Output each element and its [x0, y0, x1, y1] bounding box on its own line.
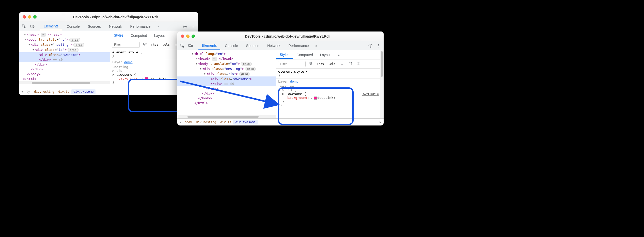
layers-icon[interactable]: [142, 42, 148, 47]
kebab-menu-icon[interactable]: [190, 23, 197, 30]
inspect-icon[interactable]: [21, 23, 28, 30]
grid-badge[interactable]: grid: [241, 62, 252, 66]
dom-node-awesome-close[interactable]: </div> == $0: [19, 57, 110, 62]
minimize-window-button[interactable]: [28, 15, 31, 19]
tab-elements[interactable]: Elements: [40, 23, 62, 30]
horizontal-scrollbar[interactable]: [19, 81, 110, 84]
tab-styles-overflow[interactable]: »: [334, 51, 343, 58]
dom-node-body[interactable]: ▾<body translate="no">grid: [177, 61, 276, 66]
grid-badge[interactable]: grid: [245, 67, 256, 71]
tab-layout[interactable]: Layout: [151, 32, 168, 39]
collapsed-dots-icon[interactable]: ⋯: [212, 57, 217, 61]
filter-input[interactable]: [278, 61, 306, 67]
dom-node-html-close[interactable]: </html>: [177, 101, 276, 105]
grid-badge[interactable]: grid: [73, 43, 84, 47]
dom-node-awesome-selected[interactable]: <div class="awesome">: [19, 52, 110, 57]
tab-layout[interactable]: Layout: [317, 51, 334, 58]
breadcrumb-body[interactable]: body: [183, 120, 194, 124]
dom-node-nesting-close[interactable]: </div>: [19, 67, 110, 72]
dom-node-body-close[interactable]: </body>: [177, 96, 276, 101]
breadcrumb-nesting[interactable]: div.nesting: [32, 89, 56, 94]
tabs-overflow-button[interactable]: »: [155, 23, 161, 30]
grid-badge[interactable]: grid: [239, 72, 250, 76]
dom-node-awesome-close[interactable]: </div> == $0: [177, 81, 276, 86]
minimize-window-button[interactable]: [186, 35, 190, 38]
tab-performance[interactable]: Performance: [127, 23, 154, 30]
filter-input[interactable]: [112, 42, 140, 48]
element-style-block[interactable]: element.style { }: [278, 70, 382, 77]
tab-elements[interactable]: Elements: [198, 42, 220, 50]
layer-link[interactable]: demo: [290, 80, 299, 83]
layers-icon[interactable]: [308, 61, 314, 66]
breadcrumb-awesome[interactable]: div.awesome: [233, 120, 257, 124]
kebab-menu-icon[interactable]: [375, 42, 382, 49]
gear-icon[interactable]: [367, 42, 374, 49]
hov-button[interactable]: :hov: [150, 43, 159, 46]
dom-node-html-close[interactable]: </html>: [19, 76, 110, 81]
layer-link[interactable]: demo: [124, 60, 133, 64]
tab-network[interactable]: Network: [264, 42, 284, 49]
breadcrumb-awesome[interactable]: div.awesome: [71, 89, 96, 94]
dom-node-head[interactable]: ▸<head> ⋯ </head>: [177, 56, 276, 61]
dom-node-is[interactable]: ▾<div class="is">grid: [177, 71, 276, 76]
tab-styles[interactable]: Styles: [110, 32, 127, 39]
tab-console[interactable]: Console: [63, 23, 83, 30]
dom-node-body[interactable]: ▾<body translate="no">grid: [19, 37, 110, 42]
color-swatch[interactable]: [145, 77, 148, 80]
new-rule-plus-icon[interactable]: ＋: [339, 61, 345, 67]
inspect-icon[interactable]: [179, 42, 186, 49]
device-toggle-icon[interactable]: [187, 42, 194, 49]
cls-button[interactable]: .cls: [327, 62, 337, 66]
dom-node-head[interactable]: ▸<head> ⋯ </head>: [19, 32, 110, 37]
zoom-window-button[interactable]: [192, 35, 195, 38]
breadcrumb-prev-icon[interactable]: ◀: [178, 120, 183, 124]
dom-node-nesting[interactable]: ▾<div class="nesting">grid: [177, 66, 276, 71]
zoom-window-button[interactable]: [33, 15, 37, 19]
tab-computed[interactable]: Computed: [293, 51, 317, 58]
dom-node-nesting-close[interactable]: </div>: [177, 91, 276, 96]
breadcrumb-next-icon[interactable]: ▶: [378, 120, 383, 124]
dom-node-nesting[interactable]: ▾<div class="nesting">grid: [19, 42, 110, 47]
horizontal-scrollbar[interactable]: [177, 115, 276, 118]
dom-node-is-close[interactable]: </div>: [177, 86, 276, 91]
sidebar-toggle-icon[interactable]: [355, 61, 362, 66]
close-window-button[interactable]: [23, 15, 26, 19]
save-style-icon[interactable]: [347, 61, 353, 66]
nesting-open[interactable]: .nesting {: [278, 84, 382, 88]
breadcrumb-nesting[interactable]: div.nesting: [194, 120, 218, 124]
hov-button[interactable]: :hov: [316, 62, 325, 66]
svg-point-13: [378, 47, 379, 47]
dom-node-awesome-selected[interactable]: <div class="awesome">: [177, 76, 276, 81]
tab-console[interactable]: Console: [221, 42, 241, 49]
breadcrumb-ly[interactable]: ly: [24, 89, 32, 94]
grid-badge[interactable]: grid: [69, 38, 80, 42]
grid-badge[interactable]: grid: [68, 48, 78, 52]
breadcrumb-is[interactable]: div.is: [56, 89, 71, 94]
dom-node-is-close[interactable]: </div>: [19, 62, 110, 67]
dom-node-body-close[interactable]: </body>: [19, 72, 110, 76]
color-swatch[interactable]: [314, 97, 317, 100]
tab-network[interactable]: Network: [105, 23, 125, 30]
tabs-overflow-button[interactable]: »: [313, 42, 319, 49]
layer-label: Layer demo: [278, 80, 382, 83]
declaration-background[interactable]: background: ▸deeppink;: [278, 96, 382, 100]
collapsed-dots-icon[interactable]: ⋯: [41, 33, 46, 37]
tab-performance[interactable]: Performance: [285, 42, 312, 49]
tab-sources[interactable]: Sources: [243, 42, 263, 49]
gear-icon[interactable]: [181, 23, 189, 30]
breadcrumb-prev-icon[interactable]: ◀: [20, 90, 24, 93]
dom-node-is[interactable]: ▾<div class="is">grid: [19, 47, 110, 52]
is-open[interactable]: & > .is {: [278, 88, 382, 92]
close-window-button[interactable]: [181, 35, 184, 38]
cls-button[interactable]: .cls: [161, 43, 171, 46]
tab-styles[interactable]: Styles: [276, 51, 293, 59]
tab-computed[interactable]: Computed: [127, 32, 151, 39]
window-title: DevTools - cdpn.io/web-dot-dev/fullpage/…: [195, 34, 380, 38]
tab-sources[interactable]: Sources: [84, 23, 104, 30]
breadcrumb-is[interactable]: div.is: [218, 120, 233, 124]
device-toggle-icon[interactable]: [29, 23, 36, 30]
vertical-scrollbar[interactable]: [380, 50, 384, 118]
dom-node-html[interactable]: ▾<html lang="en">: [177, 51, 276, 56]
source-link[interactable]: RwYLRdr:36: [362, 92, 379, 96]
divider: [196, 43, 196, 48]
